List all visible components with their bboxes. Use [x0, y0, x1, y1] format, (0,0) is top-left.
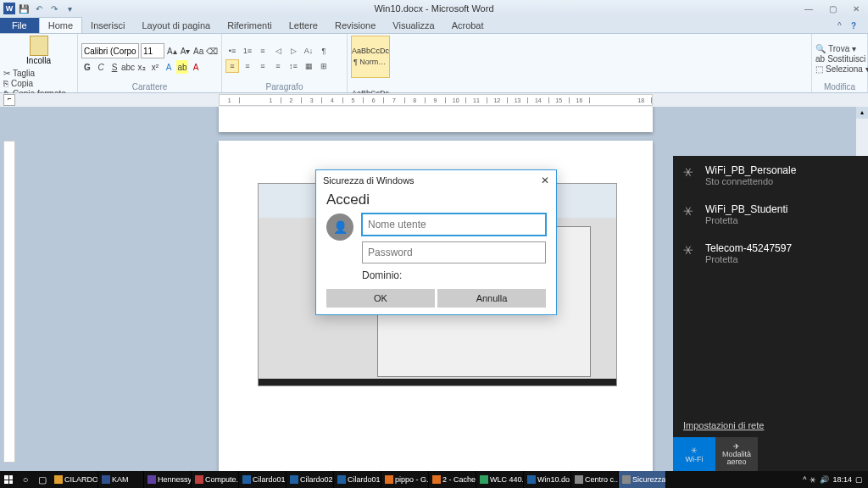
wifi-network-0[interactable]: ⚹WiFi_PB_PersonaleSto connettendo [673, 156, 868, 195]
minimize-icon[interactable]: — [797, 1, 821, 16]
align-right-icon[interactable]: ≡ [256, 59, 270, 73]
align-left-icon[interactable]: ≡ [225, 59, 239, 73]
select-button[interactable]: ⬚Seleziona ▾ [815, 64, 864, 74]
document-title: Win10.docx - Microsoft Word [374, 3, 493, 14]
redo-icon[interactable]: ↷ [47, 2, 61, 15]
find-icon: 🔍 [815, 44, 826, 53]
tab-view[interactable]: Visualizza [384, 18, 442, 33]
dialog-title: Sicurezza di Windows [323, 175, 415, 186]
tray-volume-icon[interactable]: 🔊 [820, 475, 829, 484]
font-color-icon[interactable]: A [190, 60, 202, 74]
tab-acrobat[interactable]: Acrobat [443, 18, 492, 33]
undo-icon[interactable]: ↶ [32, 2, 46, 15]
font-name-select[interactable] [81, 43, 139, 58]
clear-format-icon[interactable]: ⌫ [206, 44, 218, 58]
taskbar-item-7[interactable]: pippo - G... [381, 471, 429, 488]
tab-insert[interactable]: Inserisci [82, 18, 133, 33]
strike-button[interactable]: abc [122, 60, 134, 74]
search-icon[interactable]: ○ [17, 474, 34, 485]
page-1-bottom[interactable] [219, 107, 653, 132]
username-input[interactable] [362, 214, 546, 236]
bold-button[interactable]: G [81, 60, 93, 74]
align-center-icon[interactable]: ≡ [241, 59, 254, 73]
taskbar-app-icon [385, 475, 393, 484]
italic-button[interactable]: C [95, 60, 107, 74]
titlebar: W 💾 ↶ ↷ ▾ Win10.docx - Microsoft Word — … [0, 0, 868, 17]
multilevel-icon[interactable]: ≡ [256, 44, 270, 58]
ok-button[interactable]: OK [326, 289, 435, 308]
taskbar-item-0[interactable]: CILARDO... [51, 471, 98, 488]
indent-icon[interactable]: ▷ [287, 44, 300, 58]
password-input[interactable] [362, 241, 546, 263]
horizontal-ruler[interactable]: 11234567891011121314151618 [219, 94, 653, 106]
copy-button[interactable]: ⎘Copia [3, 79, 74, 88]
tab-file[interactable]: File [0, 18, 39, 33]
font-size-select[interactable] [141, 43, 164, 58]
bullets-icon[interactable]: •≡ [225, 44, 239, 58]
close-icon[interactable]: ✕ [844, 1, 868, 16]
font-group-label: Carattere [81, 81, 218, 92]
highlight-icon[interactable]: ab [176, 60, 188, 74]
sort-icon[interactable]: A↓ [302, 44, 315, 58]
wifi-signal-icon: ⚹ [683, 164, 697, 186]
taskbar-item-10[interactable]: Win10.do... [524, 471, 571, 488]
ruler-corner[interactable]: ⌐ [3, 94, 15, 106]
network-settings-link[interactable]: Impostazioni di rete [673, 415, 868, 435]
replace-button[interactable]: abSostituisci [815, 54, 864, 64]
shrink-font-icon[interactable]: A▾ [180, 44, 192, 58]
vertical-ruler[interactable] [3, 141, 15, 463]
wifi-signal-icon: ⚹ [683, 203, 697, 225]
tab-review[interactable]: Revisione [326, 18, 384, 33]
taskbar-item-3[interactable]: Compute... [192, 471, 239, 488]
tab-references[interactable]: Riferimenti [219, 18, 281, 33]
dialog-close-icon[interactable]: ✕ [541, 175, 549, 186]
paste-button[interactable]: Incolla [3, 36, 74, 65]
shading-icon[interactable]: ▦ [302, 59, 315, 73]
justify-icon[interactable]: ≡ [271, 59, 285, 73]
ribbon-minimize-icon[interactable]: ^ [837, 21, 849, 33]
taskbar-item-8[interactable]: 2 - Cache... [429, 471, 476, 488]
find-button[interactable]: 🔍Trova ▾ [815, 44, 864, 53]
paste-label: Incolla [26, 56, 51, 65]
subscript-button[interactable]: x₂ [136, 60, 147, 74]
restore-icon[interactable]: ▢ [821, 1, 844, 16]
save-icon[interactable]: 💾 [17, 2, 31, 15]
style-item-0[interactable]: AaBbCcDc¶ Normale [351, 36, 390, 78]
cancel-button[interactable]: Annulla [437, 289, 546, 308]
underline-button[interactable]: S [108, 60, 120, 74]
tray-chevron-icon[interactable]: ^ [803, 475, 806, 484]
tab-layout[interactable]: Layout di pagina [133, 18, 219, 33]
action-center-icon[interactable]: ▢ [855, 475, 863, 484]
numbering-icon[interactable]: 1≡ [241, 44, 254, 58]
wifi-network-2[interactable]: ⚹Telecom-45247597Protetta [673, 234, 868, 273]
start-button[interactable] [0, 471, 17, 488]
tab-home[interactable]: Home [39, 17, 82, 33]
qat-more-icon[interactable]: ▾ [63, 2, 76, 15]
text-effects-icon[interactable]: A [163, 60, 175, 74]
taskbar-item-9[interactable]: WLC 440... [476, 471, 524, 488]
line-spacing-icon[interactable]: ↕≡ [287, 59, 300, 73]
taskbar-item-4[interactable]: Cilardo01... [239, 471, 287, 488]
clock[interactable]: 18:14 [832, 475, 852, 484]
taskbar-item-2[interactable]: Hennessy... [144, 471, 192, 488]
taskbar-item-12[interactable]: Sicurezza ... [619, 471, 666, 488]
taskbar-item-6[interactable]: Cilardo01... [334, 471, 381, 488]
show-marks-icon[interactable]: ¶ [317, 44, 331, 58]
taskview-icon[interactable]: ▢ [34, 474, 51, 485]
tray-wifi-icon[interactable]: ⚹ [810, 475, 816, 485]
superscript-button[interactable]: x² [149, 60, 161, 74]
change-case-icon[interactable]: Aa [192, 44, 204, 58]
grow-font-icon[interactable]: A▴ [166, 44, 178, 58]
wifi-toggle[interactable]: ⚹ Wi-Fi [673, 437, 715, 471]
taskbar-item-5[interactable]: Cilardo02... [287, 471, 334, 488]
help-icon[interactable]: ? [851, 21, 863, 33]
scroll-up-icon[interactable]: ▴ [856, 107, 868, 119]
cut-button[interactable]: ✂Taglia [3, 69, 74, 78]
wifi-network-1[interactable]: ⚹WiFi_PB_StudentiProtetta [673, 195, 868, 234]
borders-icon[interactable]: ⊞ [317, 59, 331, 73]
outdent-icon[interactable]: ◁ [271, 44, 285, 58]
taskbar-item-1[interactable]: KAM [98, 471, 144, 488]
airplane-toggle[interactable]: ✈ Modalità aereo [715, 437, 758, 471]
tab-letters[interactable]: Lettere [281, 18, 326, 33]
taskbar-item-11[interactable]: Centro c... [571, 471, 619, 488]
